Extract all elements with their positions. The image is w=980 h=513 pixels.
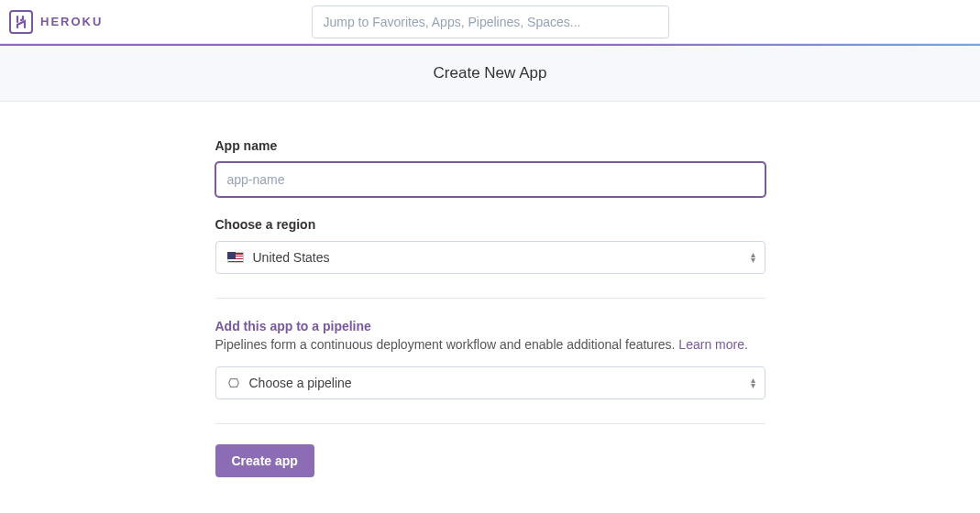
- region-selected-value: United States: [253, 250, 330, 265]
- top-navbar: HEROKU: [0, 0, 980, 44]
- pipeline-section: Add this app to a pipeline Pipelines for…: [215, 319, 765, 399]
- us-flag-icon: [227, 252, 244, 263]
- form-container: App name Choose a region United States ▴…: [204, 138, 776, 477]
- region-field: Choose a region United States ▴▾: [215, 217, 765, 274]
- page-title: Create New App: [0, 64, 980, 82]
- pipeline-select[interactable]: Choose a pipeline ▴▾: [215, 366, 765, 399]
- page-subheader: Create New App: [0, 46, 980, 102]
- brand-text: HEROKU: [40, 15, 103, 28]
- heroku-logo-icon: [9, 10, 33, 34]
- pipeline-description: Pipelines form a continuous deployment w…: [215, 337, 765, 352]
- learn-more-link[interactable]: Learn more: [678, 337, 744, 352]
- region-select[interactable]: United States ▴▾: [215, 241, 765, 274]
- global-search-input[interactable]: [312, 5, 669, 38]
- app-name-field: App name: [215, 138, 765, 197]
- section-divider: [215, 423, 765, 424]
- brand-logo[interactable]: HEROKU: [9, 10, 103, 34]
- pipeline-selected-value: Choose a pipeline: [249, 376, 352, 390]
- create-app-button[interactable]: Create app: [215, 444, 314, 477]
- select-arrows-icon: ▴▾: [751, 252, 755, 263]
- app-name-label: App name: [215, 138, 765, 153]
- pipeline-icon: [227, 377, 240, 389]
- section-divider: [215, 298, 765, 299]
- app-name-input[interactable]: [215, 162, 765, 197]
- svg-marker-0: [228, 379, 238, 387]
- region-label: Choose a region: [215, 217, 765, 232]
- search-container: [312, 5, 669, 38]
- select-arrows-icon: ▴▾: [751, 377, 755, 388]
- pipeline-title: Add this app to a pipeline: [215, 319, 765, 333]
